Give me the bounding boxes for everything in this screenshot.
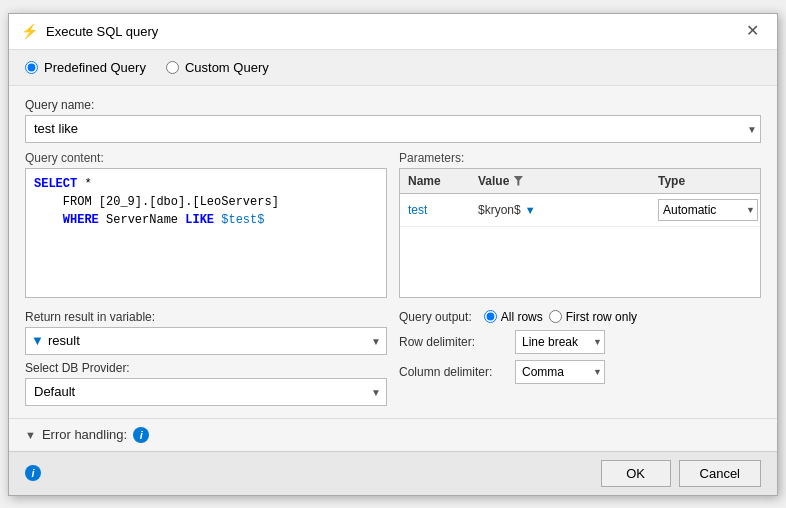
cancel-button[interactable]: Cancel (679, 460, 761, 487)
query-name-wrapper: ▼ (25, 115, 761, 143)
row-delimiter-label: Row delimiter: (399, 335, 509, 349)
footer-info-icon: i (25, 465, 41, 481)
predefined-query-label: Predefined Query (44, 60, 146, 75)
column-delimiter-wrapper: Comma Semicolon Tab Pipe ▼ (515, 360, 605, 384)
custom-query-label: Custom Query (185, 60, 269, 75)
two-col-section: Query content: SELECT * FROM [20_9].[dbo… (25, 151, 761, 298)
dialog-icon: ⚡ (21, 23, 38, 39)
params-row: test $kryon$ ▼ Automatic ▼ (400, 194, 760, 227)
query-name-section: Query name: ▼ (25, 98, 761, 143)
bottom-right: Query output: All rows First row only Ro… (399, 310, 761, 406)
custom-query-radio-group[interactable]: Custom Query (166, 60, 269, 75)
custom-query-radio[interactable] (166, 61, 179, 74)
predefined-query-radio-group[interactable]: Predefined Query (25, 60, 146, 75)
select-db-label: Select DB Provider: (25, 361, 387, 375)
error-handling-label: Error handling: (42, 427, 127, 442)
first-row-radio[interactable] (549, 310, 562, 323)
error-chevron-icon[interactable]: ▼ (25, 429, 36, 441)
sql-line-1: SELECT * (34, 175, 378, 193)
predefined-query-radio[interactable] (25, 61, 38, 74)
value-filter-icon (513, 176, 523, 186)
title-bar: ⚡ Execute SQL query ✕ (9, 14, 777, 50)
query-content-label: Query content: (25, 151, 387, 165)
error-handling-bar: ▼ Error handling: i (9, 418, 777, 451)
bottom-section: Return result in variable: ▼ result ▼ Se… (25, 310, 761, 406)
param-type-cell: Automatic ▼ (650, 197, 760, 223)
param-value-cell: $kryon$ ▼ (470, 201, 650, 219)
query-name-input[interactable] (25, 115, 761, 143)
first-row-label: First row only (566, 310, 637, 324)
db-provider-wrapper: Default ▼ (25, 378, 387, 406)
params-header: Name Value Type (400, 169, 760, 194)
result-var-wrapper: ▼ result ▼ (25, 327, 387, 355)
title-bar-left: ⚡ Execute SQL query (21, 23, 158, 39)
param-name-cell: test (400, 201, 470, 219)
parameters-table: Name Value Type test $kryon$ ▼ (399, 168, 761, 298)
sql-line-2: FROM [20_9].[dbo].[LeoServers] (34, 193, 378, 211)
query-content-section: Query content: SELECT * FROM [20_9].[dbo… (25, 151, 387, 298)
main-content: Query name: ▼ Query content: SELECT * FR… (9, 86, 777, 418)
footer: i OK Cancel (9, 451, 777, 495)
select-db-section: Select DB Provider: Default ▼ (25, 361, 387, 406)
params-col-type: Type (650, 172, 760, 190)
ok-button[interactable]: OK (601, 460, 671, 487)
query-output-row: Query output: All rows First row only (399, 310, 761, 324)
type-select-wrapper: Automatic ▼ (658, 199, 758, 221)
sql-line-3: WHERE ServerName LIKE $test$ (34, 211, 378, 229)
row-delimiter-select[interactable]: Line break Semicolon Pipe (515, 330, 605, 354)
radio-bar: Predefined Query Custom Query (9, 50, 777, 86)
all-rows-radio[interactable] (484, 310, 497, 323)
parameters-section: Parameters: Name Value Type test (399, 151, 761, 298)
bottom-left: Return result in variable: ▼ result ▼ Se… (25, 310, 387, 406)
dialog-title: Execute SQL query (46, 24, 158, 39)
query-output-label: Query output: (399, 310, 472, 324)
query-content-box[interactable]: SELECT * FROM [20_9].[dbo].[LeoServers] … (25, 168, 387, 298)
result-var-select[interactable]: result (25, 327, 387, 355)
db-provider-select[interactable]: Default (25, 378, 387, 406)
close-button[interactable]: ✕ (740, 21, 765, 41)
parameters-label: Parameters: (399, 151, 761, 165)
column-delimiter-label: Column delimiter: (399, 365, 509, 379)
params-col-name: Name (400, 172, 470, 190)
first-row-radio-group[interactable]: First row only (549, 310, 637, 324)
param-filter-icon: ▼ (525, 204, 536, 216)
return-result-label: Return result in variable: (25, 310, 387, 324)
all-rows-label: All rows (501, 310, 543, 324)
row-delimiter-wrapper: Line break Semicolon Pipe ▼ (515, 330, 605, 354)
execute-sql-dialog: ⚡ Execute SQL query ✕ Predefined Query C… (8, 13, 778, 496)
all-rows-radio-group[interactable]: All rows (484, 310, 543, 324)
error-info-icon[interactable]: i (133, 427, 149, 443)
column-delimiter-select[interactable]: Comma Semicolon Tab Pipe (515, 360, 605, 384)
row-delimiter-row: Row delimiter: Line break Semicolon Pipe… (399, 330, 761, 354)
params-col-value: Value (470, 172, 650, 190)
type-select[interactable]: Automatic (658, 199, 758, 221)
return-result-section: Return result in variable: ▼ result ▼ (25, 310, 387, 355)
query-name-label: Query name: (25, 98, 761, 112)
column-delimiter-row: Column delimiter: Comma Semicolon Tab Pi… (399, 360, 761, 384)
